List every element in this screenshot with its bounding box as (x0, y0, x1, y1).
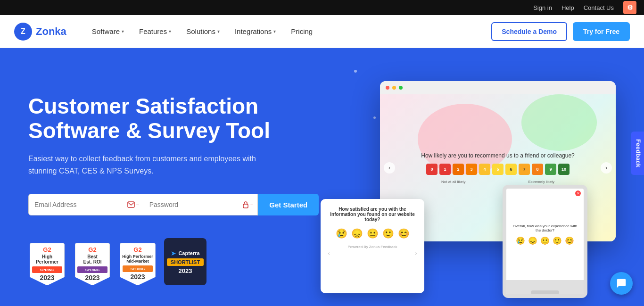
nps-2[interactable]: 2 (453, 164, 464, 175)
badges-row: G2 HighPerformer SPRING 2023 G2 BestEst.… (28, 238, 311, 285)
tablet-emoji-1[interactable]: 😢 (516, 236, 525, 245)
chevron-down-icon: ▾ (122, 29, 124, 34)
nps-label-right: Extremely likely (528, 180, 554, 184)
nps-5[interactable]: 5 (492, 164, 504, 175)
password-input[interactable] (144, 194, 238, 215)
g2-logo-1: G2 (43, 246, 51, 253)
email-input[interactable] (29, 194, 123, 215)
chevron-down-icon: ▾ (273, 29, 276, 34)
prev-arrow[interactable]: ‹ (384, 162, 395, 174)
footer-next-arrow[interactable]: › (415, 251, 417, 256)
dot-green (399, 86, 403, 90)
badge-year-2: 2023 (85, 274, 99, 281)
topbar: Sign in Help Contact Us ⚙ (0, 0, 644, 15)
chevron-down-icon: ▾ (169, 29, 171, 34)
nps-9[interactable]: 9 (545, 164, 556, 175)
nav-integrations-label: Integrations (235, 27, 272, 35)
get-started-button[interactable]: Get Started (258, 194, 319, 215)
nps-3[interactable]: 3 (466, 164, 477, 175)
emoji-sad[interactable]: 😞 (351, 228, 363, 239)
tablet-emoji-4[interactable]: 🙂 (553, 236, 562, 245)
chat-bubble[interactable] (610, 272, 633, 295)
svg-rect-0 (128, 202, 134, 207)
nav-actions: Schedule a Demo Try for Free (491, 22, 630, 41)
nav-pricing-label: Pricing (291, 27, 313, 35)
shield-2: G2 BestEst. ROI SPRING 2023 (75, 243, 110, 285)
emoji-scale: 😢 😞 😐 🙂 😊 (328, 228, 417, 239)
chevron-down-icon: ▾ (217, 29, 220, 34)
nps-0[interactable]: 0 (426, 164, 438, 175)
capterra-top: ➤ Capterra (171, 249, 199, 257)
survey-main-question: How likely are you to recommend us to a … (421, 152, 575, 159)
nav-solutions[interactable]: Solutions ▾ (180, 24, 226, 39)
email-icon: ··· (123, 201, 144, 208)
hero-right: How likely are you to recommend us to a … (321, 81, 616, 298)
nps-7[interactable]: 7 (519, 164, 530, 175)
nps-4[interactable]: 4 (479, 164, 490, 175)
password-icon: ··· (238, 201, 258, 208)
nav-integrations[interactable]: Integrations ▾ (228, 24, 282, 39)
nav-links: Software ▾ Features ▾ Solutions ▾ Integr… (85, 24, 491, 39)
mockup-browser-bar (380, 81, 616, 94)
emoji-very-happy[interactable]: 😊 (398, 228, 410, 239)
tablet-emoji-5[interactable]: 😊 (565, 236, 574, 245)
dot-red (386, 86, 389, 90)
mockup-tablet: ✕ Overall, how was your experience with … (503, 185, 587, 298)
footer-prev-arrow[interactable]: ‹ (328, 251, 330, 256)
email-input-group: ··· (28, 194, 144, 215)
capterra-name: Capterra (178, 250, 199, 256)
emoji-very-sad[interactable]: 😢 (336, 228, 347, 239)
nps-6[interactable]: 6 (505, 164, 517, 175)
logo[interactable]: Z Zonka (14, 23, 66, 41)
schedule-demo-button[interactable]: Schedule a Demo (491, 22, 567, 41)
tablet-base (531, 290, 559, 294)
footer-arrows: ‹ › (328, 251, 417, 256)
nav-pricing[interactable]: Pricing (284, 24, 319, 39)
emoji-happy[interactable]: 🙂 (382, 228, 394, 239)
nav-features-label: Features (139, 27, 167, 35)
nav-features[interactable]: Features ▾ (132, 24, 178, 39)
badge-year-3: 2023 (130, 273, 145, 281)
tablet-emoji-2[interactable]: 😞 (528, 236, 537, 245)
password-input-group: ··· (144, 194, 258, 215)
nps-1[interactable]: 1 (439, 164, 451, 175)
badge-best-roi: G2 BestEst. ROI SPRING 2023 (74, 243, 111, 285)
secondary-question: How satisfied are you with the informati… (328, 207, 417, 222)
badge-bar-3: SPRING (123, 265, 153, 272)
g2-logo-2: G2 (88, 246, 96, 253)
badge-capterra: ➤ Capterra SHORTLIST 2023 (164, 238, 206, 285)
nav-software-label: Software (92, 27, 120, 35)
logo-text: Zonka (36, 25, 66, 38)
tablet-emoji-3[interactable]: 😐 (540, 236, 550, 245)
nps-label-left: Not at all likely (441, 180, 466, 184)
badge-bar-2: SPRING (77, 266, 107, 273)
signin-link[interactable]: Sign in (533, 4, 552, 11)
badge-year-1: 2023 (40, 274, 54, 281)
tablet-screen: ✕ Overall, how was your experience with … (506, 189, 584, 280)
nps-labels: Not at all likely Extremely likely (441, 180, 554, 184)
powered-by: Powered By Zonka Feedback ‹ › (328, 245, 417, 256)
nav-solutions-label: Solutions (186, 27, 215, 35)
capterra-year: 2023 (179, 267, 192, 274)
contact-link[interactable]: Contact Us (584, 4, 614, 11)
logo-icon: Z (14, 23, 32, 41)
next-arrow[interactable]: › (601, 162, 612, 174)
badge-title-3: High PerformerMid-Market (122, 254, 153, 264)
try-free-button[interactable]: Try for Free (573, 22, 630, 41)
badge-title-1: HighPerformer (36, 254, 58, 265)
nps-8[interactable]: 8 (532, 164, 543, 175)
nav-software[interactable]: Software ▾ (85, 24, 131, 39)
shield-3: G2 High PerformerMid-Market SPRING 2023 (120, 243, 156, 285)
tablet-close-icon[interactable]: ✕ (575, 190, 581, 196)
emoji-neutral[interactable]: 😐 (367, 228, 379, 239)
powered-by-text: Powered By Zonka Feedback (328, 245, 417, 249)
hero-subtitle: Easiest way to collect feedback from cus… (28, 153, 283, 177)
feedback-tab[interactable]: Feedback (631, 132, 644, 175)
nps-scale: 0 1 2 3 4 5 6 7 8 9 10 (426, 164, 570, 175)
hubspot-icon[interactable]: ⚙ (623, 1, 636, 14)
help-link[interactable]: Help (561, 4, 574, 11)
logo-letter: Z (21, 27, 25, 36)
tablet-question: Overall, how was your experience with th… (512, 224, 578, 232)
badge-high-performer: G2 HighPerformer SPRING 2023 (28, 243, 66, 285)
nps-10[interactable]: 10 (558, 164, 570, 175)
